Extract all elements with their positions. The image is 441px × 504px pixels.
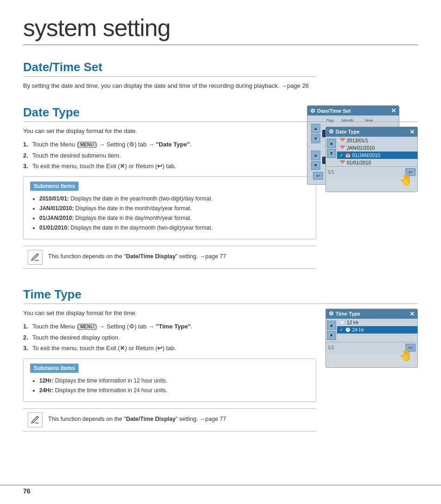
timetype-panel-down[interactable]: ▼ [327, 331, 336, 340]
datetype-note-text: This function depends on the "Date/Time … [48, 250, 226, 261]
note-icon-datetype [28, 250, 43, 265]
datetype-content-area: You can set the display format for the d… [23, 127, 418, 277]
gear-icon-timetype: ⚙ [329, 310, 334, 317]
timetype-submenu-box: Submenu items 12Hr: Displays the time in… [23, 358, 316, 402]
datetype-steps-list: 1. Touch the Menu (MENU) → Setting (⚙) t… [23, 140, 316, 171]
page-number: 76 [23, 487, 31, 495]
timetype-row-0[interactable]: 🕐 12 Hr [337, 319, 417, 326]
panel-timetype-title: Time Type [336, 311, 360, 316]
gear-sym-2: ⚙ [129, 323, 135, 330]
timetype-panel-nav: ▲ ▼ [326, 319, 337, 342]
panel-timetype-titlebar-left: ⚙ Time Type [329, 310, 360, 317]
panel-date-type: ⚙ Date Type ✕ ▲ ▼ 📅 2013/01/1 [325, 127, 418, 192]
timetype-steps-list: 1. Touch the Menu (MENU) → Setting (⚙) t… [23, 322, 316, 353]
note-icon-timetype [28, 413, 43, 427]
submenu-item-2: 01/JAN/2010: Displays the date in the da… [39, 214, 309, 222]
timetype-content-area: You can set the display format for the t… [23, 309, 418, 440]
menu-badge-2: MENU [79, 324, 95, 330]
datetype-submenu-title: Submenu items [30, 182, 79, 191]
timetype-page-indicator: 1/1 [328, 345, 334, 350]
timetype-submenu-items: 12Hr: Displays the time information in 1… [30, 376, 309, 395]
panel-time-type: ⚙ Time Type ✕ ▲ ▼ 🕐 12 Hr [325, 309, 418, 368]
panel-datetype-title: Date Type [336, 129, 360, 134]
gear-icon-datetype: ⚙ [329, 128, 334, 135]
hand-icon-timetype: 🤚 [399, 349, 413, 362]
datetype-description: You can set the display format for the d… [23, 127, 316, 136]
datetype-panel-nav: ▲ ▼ [326, 137, 337, 166]
panel-timetype-titlebar: ⚙ Time Type ✕ [326, 309, 417, 319]
panel-datetype-titlebar-left: ⚙ Date Type [329, 128, 360, 135]
gear-sym-1: ⚙ [129, 141, 135, 148]
datetype-submenu-items: 2010/01/01: Displays the date in the yea… [30, 194, 309, 232]
timetype-submenu-title: Submenu items [30, 364, 79, 373]
section-description-datetime: By setting the date and time, you can di… [23, 81, 316, 91]
timetype-main-content: You can set the display format for the t… [23, 309, 316, 440]
datetype-step-3: 3. To exit the menu, touch the Exit (✕) … [23, 162, 316, 171]
timetype-description: You can set the display format for the t… [23, 309, 316, 318]
cal-icon-0: 📅 [340, 138, 345, 143]
datetype-step-2: 2. Touch the desired submenu item. [23, 151, 316, 160]
timetype-step-3: 3. To exit the menu, touch the Exit (✕) … [23, 344, 316, 353]
datetype-submenu-box: Submenu items 2010/01/01: Displays the d… [23, 176, 316, 239]
timetype-submenu-item-1: 24Hr: Displays the time information in 2… [39, 386, 309, 395]
submenu-item-3: 01/01/2010: Displays the date in the day… [39, 224, 309, 232]
close-icon-datetype[interactable]: ✕ [410, 128, 415, 135]
datetype-main-content: You can set the display format for the d… [23, 127, 316, 277]
datetype-row-2[interactable]: ✓ 📅 01/JAN/2010 [337, 152, 417, 159]
section-time-type: Time Type You can set the display format… [23, 287, 418, 440]
section-datetime-content: Date/Time Set By setting the date and ti… [23, 50, 316, 95]
section-date-type: Date Type You can set the display format… [23, 105, 418, 277]
datetype-step-1: 1. Touch the Menu (MENU) → Setting (⚙) t… [23, 140, 316, 149]
datetype-hand-area: 🤚 [326, 178, 417, 192]
bottom-border [0, 485, 441, 486]
timetype-step-2: 2. Touch the desired display option. [23, 333, 316, 342]
datetype-panel-up[interactable]: ▲ [327, 139, 336, 148]
page-container: system setting Date/Time Set By setting … [0, 0, 441, 504]
timetype-hand-area: 🤚 [326, 353, 417, 367]
timetype-note-box: This function depends on the "Date/Time … [23, 408, 316, 431]
clock-icon-0: 🕐 [340, 320, 345, 325]
panel-datetype-titlebar: ⚙ Date Type ✕ [326, 127, 417, 137]
section-datetime-set: Date/Time Set By setting the date and ti… [23, 50, 418, 95]
section-header-datetime: Date/Time Set [23, 60, 316, 77]
submenu-item-0: 2010/01/01: Displays the date in the yea… [39, 194, 309, 203]
datetype-note-box: This function depends on the "Date/Time … [23, 246, 316, 269]
hand-icon-datetype: 🤚 [399, 173, 413, 186]
datetype-row-3[interactable]: 📅 01/01/2010 [337, 159, 417, 166]
pencil-icon-timetype [31, 415, 40, 425]
cal-icon-3: 📅 [340, 160, 345, 165]
timetype-submenu-item-0: 12Hr: Displays the time information in 1… [39, 376, 309, 385]
datetype-row-0[interactable]: 📅 2013/01/1 [337, 137, 417, 144]
check-icon-datetype: ✓ [340, 153, 343, 158]
menu-badge-1: MENU [79, 142, 95, 148]
submenu-item-1: JAN/01/2010: Displays the date in the mo… [39, 204, 309, 213]
timetype-panel-body: ▲ ▼ 🕐 12 Hr ✓ 🕐 24 Hr [326, 319, 417, 342]
close-icon-timetype[interactable]: ✕ [410, 310, 415, 317]
timetype-panel-up[interactable]: ▲ [327, 321, 336, 330]
page-title: system setting [23, 14, 418, 45]
datetype-row-1[interactable]: 📅 JAN/01/2010 [337, 144, 417, 152]
check-icon-timetype: ✓ [340, 328, 343, 332]
section-header-datetype: Date Type [23, 105, 418, 122]
timetype-step-1: 1. Touch the Menu (MENU) → Setting (⚙) t… [23, 322, 316, 331]
datetype-page-indicator: 1/1 [328, 170, 334, 175]
timetype-note-text: This function depends on the "Date/Time … [48, 413, 226, 424]
clock-icon-1: 🕐 [345, 328, 350, 332]
cal-icon-2: 📅 [345, 153, 350, 158]
datetype-panel-rows: 📅 2013/01/1 📅 JAN/01/2010 ✓ 📅 01/JA [337, 137, 417, 166]
timetype-row-1[interactable]: ✓ 🕐 24 Hr [337, 326, 417, 334]
datetype-panel-body: ▲ ▼ 📅 2013/01/1 📅 JAN/01/2010 [326, 137, 417, 166]
datetype-panel-down[interactable]: ▼ [327, 149, 336, 158]
pencil-icon-datetype [31, 253, 40, 262]
cal-icon-1: 📅 [340, 146, 345, 150]
timetype-panel-rows: 🕐 12 Hr ✓ 🕐 24 Hr [337, 319, 417, 342]
section-header-timetype: Time Type [23, 287, 418, 304]
